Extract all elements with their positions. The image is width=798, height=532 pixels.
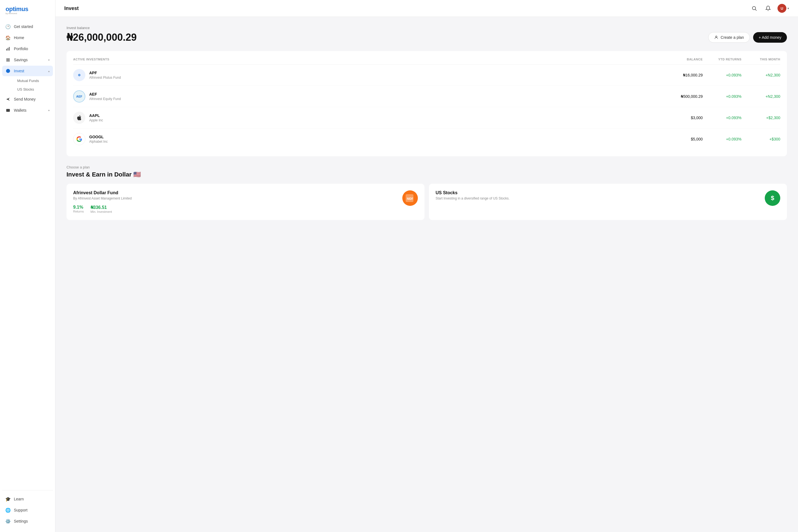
settings-icon: ⚙️ (5, 519, 11, 524)
sidebar-item-wallets[interactable]: Wallets ▾ (2, 105, 53, 116)
chevron-down-icon: ▾ (48, 58, 50, 61)
investment-ticker: AEF (89, 92, 121, 96)
sidebar-divider (2, 490, 53, 491)
sidebar-item-label: Settings (14, 519, 28, 524)
svg-rect-5 (6, 61, 10, 61)
svg-rect-8 (6, 110, 10, 110)
invest-icon (5, 69, 11, 73)
plan-title: Invest & Earn in Dollar 🇺🇸 (66, 171, 787, 178)
sidebar-item-portfolio[interactable]: Portfolio (2, 43, 53, 54)
sidebar-item-home[interactable]: 🏠 Home (2, 33, 53, 43)
sidebar-item-support[interactable]: 🌐 Support (2, 505, 53, 515)
search-button[interactable] (750, 4, 759, 13)
svg-rect-3 (6, 58, 10, 59)
balance-amount: ₦26,000,000.29 (66, 32, 137, 43)
investment-logo-googl (73, 133, 86, 145)
sidebar-item-invest[interactable]: Invest ▴ (2, 66, 53, 76)
chevron-down-icon: ▾ (48, 109, 50, 112)
plan-card-name: Afrinvest Dollar Fund (73, 190, 402, 195)
plan-stat-label: Returns (73, 210, 84, 213)
balance-row: ₦26,000,000.29 Create a plan + Add money (66, 32, 787, 43)
sidebar-item-mutual-funds[interactable]: Mutual Funds (14, 77, 53, 85)
investment-ticker: GOOGL (89, 135, 108, 139)
svg-rect-1 (7, 48, 8, 51)
investment-logo-aapl (73, 112, 86, 124)
sidebar-item-label: Home (14, 36, 24, 40)
investment-month: +N2,300 (741, 73, 780, 77)
plan-cards: Afrinvest Dollar Fund By Afrinvest Asset… (66, 184, 787, 220)
support-icon: 🌐 (5, 508, 11, 513)
sidebar-item-label: Invest (14, 69, 24, 73)
sidebar-item-us-stocks[interactable]: US Stocks (14, 86, 53, 93)
table-row[interactable]: AEF AEF Afrinvest Equity Fund ₦500,000.2… (73, 86, 780, 107)
investment-name: Afrinvest Plutus Fund (89, 76, 121, 79)
col-header-month: THIS MONTH (741, 58, 780, 61)
logo: optimus by Afrinvest (0, 5, 55, 21)
plan-stat-min-label: Min. Investment (91, 210, 112, 213)
plan-card-name: US Stocks (436, 190, 765, 195)
user-avatar-button[interactable]: U ▾ (778, 4, 789, 13)
add-money-button[interactable]: + Add money (753, 32, 787, 43)
svg-rect-0 (6, 49, 7, 51)
sidebar-nav: 🕐 Get started 🏠 Home Portfolio Savings ▾… (0, 21, 55, 487)
investment-logo-apf: ⚙ (73, 69, 86, 81)
main-area: Invest U ▾ Invest balance ₦26,00 (55, 0, 798, 532)
sidebar-item-label: Get started (14, 24, 33, 29)
invest-submenu: Mutual Funds US Stocks (2, 77, 53, 93)
topbar-actions: U ▾ (750, 4, 789, 13)
balance-section: Invest balance ₦26,000,000.29 Create a p… (66, 26, 787, 43)
investment-ticker: AAPL (89, 113, 103, 118)
svg-point-6 (6, 69, 10, 73)
plan-label: Choose a plan (66, 165, 787, 169)
main-content: Invest balance ₦26,000,000.29 Create a p… (55, 17, 798, 532)
investment-ytd: +0.093% (703, 94, 741, 99)
create-plan-button[interactable]: Create a plan (708, 32, 750, 43)
table-row[interactable]: AAPL Apple Inc $3,000 +0.093% +$2,300 (73, 107, 780, 129)
balance-actions: Create a plan + Add money (708, 32, 787, 43)
plan-card-afrinvest[interactable]: Afrinvest Dollar Fund By Afrinvest Asset… (66, 184, 424, 220)
sidebar-item-send-money[interactable]: Send Money (2, 94, 53, 104)
topbar: Invest U ▾ (55, 0, 798, 17)
table-row[interactable]: ⚙ APF Afrinvest Plutus Fund ₦16,000.29 +… (73, 64, 780, 86)
table-row[interactable]: GOOGL Alphabet Inc $5,000 +0.093% +$300 (73, 129, 780, 150)
sidebar-item-settings[interactable]: ⚙️ Settings (2, 516, 53, 527)
learn-icon: 🎓 (5, 496, 11, 501)
investment-month: +$2,300 (741, 116, 780, 120)
investment-balance: ₦500,000.29 (664, 94, 703, 99)
col-header-ytd: YTD RETURNS (703, 58, 741, 61)
sidebar-item-get-started[interactable]: 🕐 Get started (2, 21, 53, 32)
investment-info: GOOGL Alphabet Inc (73, 133, 664, 145)
sidebar-item-label: Send Money (14, 97, 36, 101)
investment-name: Apple Inc (89, 118, 103, 122)
sidebar-bottom: 🎓 Learn 🌐 Support ⚙️ Settings (0, 494, 55, 527)
sidebar-item-label: Savings (14, 58, 28, 62)
investments-header: ACTIVE INVESTMENTS BALANCE YTD RETURNS T… (73, 58, 780, 64)
svg-text:$: $ (771, 194, 774, 202)
investment-month: +$300 (741, 137, 780, 141)
clock-icon: 🕐 (5, 24, 11, 29)
sidebar: optimus by Afrinvest 🕐 Get started 🏠 Hom… (0, 0, 55, 532)
investments-card: ACTIVE INVESTMENTS BALANCE YTD RETURNS T… (66, 51, 787, 156)
sidebar-item-label: Learn (14, 497, 24, 501)
investment-ytd: +0.093% (703, 116, 741, 120)
sidebar-item-savings[interactable]: Savings ▾ (2, 55, 53, 65)
logo-text: optimus (5, 5, 28, 13)
plan-card-usstocks[interactable]: US Stocks Start Investing in a diversifi… (429, 184, 787, 220)
investment-balance: $5,000 (664, 137, 703, 141)
avatar: U (778, 4, 786, 13)
page-title: Invest (64, 5, 79, 11)
investment-name: Alphabet Inc (89, 140, 108, 144)
plan-card-by: By Afrinvest Asset Management Limited (73, 196, 402, 200)
sidebar-item-learn[interactable]: 🎓 Learn (2, 494, 53, 504)
notifications-button[interactable] (764, 4, 773, 13)
plan-stat-min: ₦336.51 (91, 205, 112, 210)
sidebar-item-label: Portfolio (14, 46, 28, 51)
plan-stat-returns: 9.1% (73, 205, 84, 210)
investment-ytd: +0.093% (703, 137, 741, 141)
svg-rect-4 (6, 60, 10, 60)
plan-card-stats: 9.1% Returns ₦336.51 Min. Investment (73, 205, 402, 213)
col-header-investments: ACTIVE INVESTMENTS (73, 58, 664, 61)
investment-info: AEF AEF Afrinvest Equity Fund (73, 90, 664, 102)
svg-point-11 (716, 36, 717, 37)
svg-point-9 (752, 6, 756, 10)
